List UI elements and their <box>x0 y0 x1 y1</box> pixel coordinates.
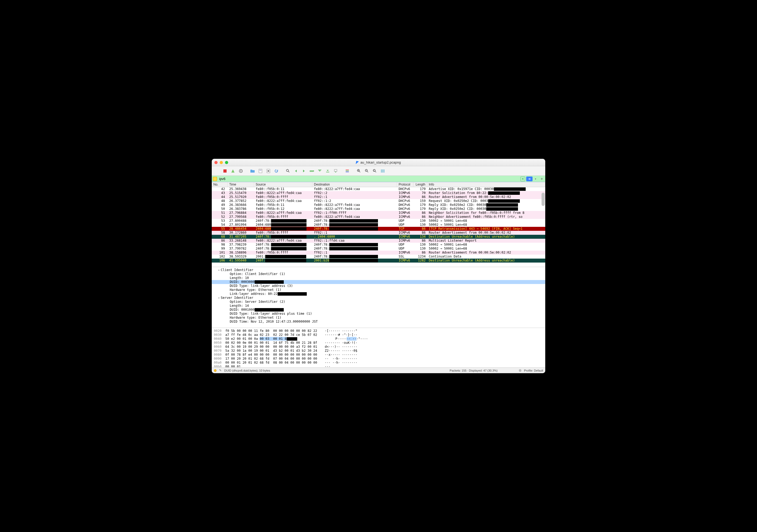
hex-row[interactable]: 0060 64 3c 00 19 00 29 00 00 00 00 00 00… <box>214 345 543 349</box>
zoom-in-button[interactable] <box>355 167 363 175</box>
zoom-button[interactable] <box>225 161 228 164</box>
filter-history-dropdown[interactable]: ▾ <box>533 177 537 181</box>
packet-row[interactable]: 4826.377852fe80::8222:a7ff:fed4:caaff02:… <box>212 199 545 203</box>
packet-list-header[interactable]: No. Time Source Destination Protocol Len… <box>212 182 545 187</box>
packet-row[interactable]: 5427.8019942404:680240f:78:UDP13050002 →… <box>212 223 545 227</box>
hex-row[interactable]: 0040 50 e2 00 01 00 0a 00 03 00 01 8 P··… <box>214 337 543 341</box>
status-bar: ✎ DUID (dhcpv6.duid.bytes), 10 bytes Pac… <box>212 368 545 373</box>
hex-row[interactable]: 00b0 00 00 01 ··· <box>214 365 543 368</box>
save-file-button[interactable] <box>257 167 264 175</box>
hex-row[interactable]: 0080 0f 00 78 8f e4 00 00 00 00 00 00 00… <box>214 353 543 357</box>
packet-row[interactable]: 5528.4864542404:680240f:78:TCP86[TCP Ret… <box>212 227 545 231</box>
packet-row[interactable]: 4425.517920fe80::f05b:0:ffffff02::1ICMPv… <box>212 195 545 199</box>
packet-row[interactable]: 10641.595040240f:2001:b28ICMPv61282Desti… <box>212 259 545 263</box>
minimize-button[interactable] <box>220 161 223 164</box>
go-to-last-button[interactable] <box>324 167 331 175</box>
packet-row[interactable]: 4926.383666fe80::f05b:0:11fe80::8222:a7f… <box>212 203 545 207</box>
display-filter-input[interactable] <box>218 176 519 181</box>
hex-row[interactable]: 0020 f0 5b 00 00 00 11 fe 80 00 00 00 00… <box>214 329 543 333</box>
stop-capture-button[interactable] <box>221 167 229 175</box>
restart-capture-button[interactable] <box>229 167 237 175</box>
column-source[interactable]: Source <box>254 182 312 187</box>
packet-row[interactable]: 4325.515470fe80::8222:a7ff:fed4:caaff02:… <box>212 191 545 195</box>
packet-row[interactable]: 4225.369438fe80::f05b:0:11fe80::8222:a7f… <box>212 187 545 191</box>
detail-row[interactable]: Hardware type: Ethernet (1) <box>212 288 545 292</box>
packet-list-pane[interactable]: No. Time Source Destination Protocol Len… <box>212 182 545 267</box>
status-field: DUID (dhcpv6.duid.bytes), 10 bytes <box>224 369 270 372</box>
zoom-reset-button[interactable]: 1 <box>371 167 378 175</box>
svg-rect-6 <box>259 171 261 171</box>
column-protocol[interactable]: Protocol <box>397 182 413 187</box>
packet-row[interactable]: 6831.487205240f:78:. 2404:6800ICMPv6134D… <box>212 235 545 239</box>
detail-row[interactable]: Option: Client Identifier (1) <box>212 272 545 276</box>
resize-columns-button[interactable] <box>379 167 386 175</box>
detail-row[interactable]: Server Identifier <box>212 296 545 300</box>
go-to-packet-button[interactable] <box>308 167 316 175</box>
status-packets: Packets: 155 · Displayed: 47 (30.3%) <box>450 369 498 372</box>
packet-row[interactable]: 10238.5933292001:240f:78:SSL1234Continua… <box>212 254 545 259</box>
zoom-out-button[interactable] <box>363 167 371 175</box>
detail-row[interactable]: Link-layer address: 80:22 <box>212 292 545 296</box>
titlebar: au_hikari_startup2.pcapng <box>212 159 545 166</box>
packet-row[interactable]: 5830.172860fe80::f05b:0:ffffff02::1ICMPv… <box>212 231 545 235</box>
detail-row[interactable]: Hardware type: Ethernet (1) <box>212 316 545 320</box>
go-back-button[interactable] <box>292 167 300 175</box>
packet-row[interactable]: 10138.158896fe80::f05b:0:ffffff02::1ICMP… <box>212 251 545 254</box>
svg-rect-4 <box>259 170 261 170</box>
detail-row[interactable]: DUID Time: Nov 12, 2010 12:47:23.0000000… <box>212 320 545 324</box>
column-time[interactable]: Time <box>227 182 254 187</box>
scrollbar-thumb[interactable] <box>542 193 545 206</box>
packet-row[interactable]: 5327.800488240f:78:240f:78:UDP13050002 →… <box>212 219 545 223</box>
add-filter-button[interactable]: + <box>539 177 544 181</box>
hex-row[interactable]: 00a0 00 00 01 20 01 02 68 fd 08 00 04 00… <box>214 361 543 365</box>
svg-rect-13 <box>334 169 337 171</box>
status-profile[interactable]: Profile: Default <box>524 369 543 372</box>
apply-filter-button[interactable]: ➔ <box>526 177 532 181</box>
hex-row[interactable]: 0070 5a 32 00 1a 00 19 00 01 d3 b2 00 01… <box>214 349 543 353</box>
detail-row[interactable]: Option: Server Identifier (2) <box>212 300 545 304</box>
svg-rect-15 <box>346 170 349 171</box>
detail-row[interactable]: DUID: 0001000 <box>212 308 545 312</box>
start-capture-button[interactable] <box>213 167 221 175</box>
auto-scroll-button[interactable] <box>332 167 339 175</box>
svg-text:1: 1 <box>374 170 375 171</box>
svg-rect-5 <box>259 170 261 170</box>
packet-bytes-pane[interactable]: 0020 f0 5b 00 00 00 11 fe 80 00 00 00 00… <box>212 328 545 368</box>
column-info[interactable]: Info <box>427 182 545 187</box>
capture-options-button[interactable] <box>237 167 245 175</box>
packet-row[interactable]: 9937.799782240f:78:240f:78:UDP13050002 →… <box>212 247 545 251</box>
expert-info-icon[interactable] <box>214 369 217 372</box>
svg-rect-21 <box>381 169 382 173</box>
go-forward-button[interactable] <box>300 167 308 175</box>
packet-row[interactable]: 5227.799568fe80::f05b:0:fffffe80::8222:a… <box>212 215 545 219</box>
packet-row[interactable]: 5026.383786fe80::f05b:0:12fe80::8222:a7f… <box>212 207 545 211</box>
clear-filter-button[interactable]: ✕ <box>520 177 525 181</box>
detail-row[interactable]: DUID Type: link-layer address (3) <box>212 284 545 288</box>
svg-point-8 <box>287 169 288 171</box>
wireshark-fin-icon <box>356 161 359 164</box>
detail-row[interactable]: Length: 14 <box>212 304 545 308</box>
close-file-button[interactable] <box>265 167 272 175</box>
hex-row[interactable]: 0030 a7 ff fe d4 0c aa 02 23 02 22 00 7d… <box>214 333 543 337</box>
detail-row[interactable]: Length: 10 <box>212 276 545 280</box>
column-length[interactable]: Length <box>413 182 427 187</box>
edit-icon[interactable]: ✎ <box>219 369 222 372</box>
go-to-first-button[interactable] <box>316 167 323 175</box>
open-file-button[interactable] <box>249 167 256 175</box>
column-no[interactable]: No. <box>212 182 227 187</box>
packet-row[interactable]: 9837.798239240f:78:240f:78:UDP13050002 →… <box>212 243 545 247</box>
find-button[interactable] <box>284 167 292 175</box>
reload-button[interactable] <box>273 167 280 175</box>
packet-row[interactable]: 8633.268148fe80::8222:a7ff:fed4:caaff02:… <box>212 239 545 243</box>
packet-row[interactable]: 5127.796884fe80::8222:a7ff:fed4:caaff02:… <box>212 211 545 215</box>
detail-row[interactable]: DUID Type: link-layer address plus time … <box>212 312 545 316</box>
packet-details-pane[interactable]: Client IdentifierOption: Client Identifi… <box>212 267 545 328</box>
detail-row[interactable]: Client Identifier <box>212 268 545 272</box>
column-destination[interactable]: Destination <box>312 182 397 187</box>
hex-row[interactable]: 0090 17 00 20 20 01 02 68 fd 07 00 04 00… <box>214 357 543 361</box>
detail-row[interactable]: DUID: 0003000 <box>212 280 545 284</box>
close-button[interactable] <box>214 161 218 164</box>
colorize-button[interactable] <box>344 167 351 175</box>
bookmark-icon[interactable] <box>213 177 217 181</box>
hex-row[interactable]: 0050 00 02 00 0e 00 01 00 01 14 6f 75 4b… <box>214 341 543 345</box>
